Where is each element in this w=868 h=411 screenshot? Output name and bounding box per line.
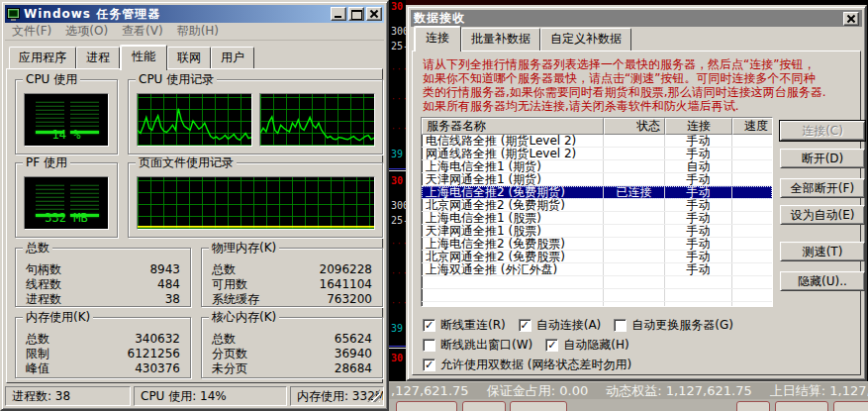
checkbox-label: 自动连接(A) (536, 318, 602, 332)
task-manager-titlebar[interactable]: Windows 任务管理器 (5, 5, 384, 23)
speed-test-button[interactable]: 测速(T) (780, 242, 865, 261)
ticker-value: 25- (391, 41, 406, 51)
checkbox-icon[interactable]: ✓ (545, 339, 558, 352)
server-row[interactable]: 天津网通全推1 (期货) 手动 (422, 173, 772, 186)
minimize-button[interactable] (331, 7, 346, 21)
server-row[interactable]: 北京网通全推2 (免费股票) 手动 (422, 251, 772, 263)
app-icon (7, 8, 21, 21)
server-row[interactable]: 网通线路全推 (期货Level 2) 手动 (422, 148, 772, 160)
checkbox-icon[interactable]: ✓ (519, 319, 531, 332)
status-cpu: CPU 使用: 14% (134, 386, 287, 406)
checkbox-autoswitch[interactable]: 自动更换服务器(G) (614, 318, 733, 332)
dynamic-equity: 动态权益: 1,127,621.75 (606, 383, 751, 398)
totals-group: 总数 句柄数8943 线程数484 进程数38 (15, 248, 191, 307)
disconnect-button[interactable]: 断开(D) (780, 149, 865, 168)
server-status (604, 263, 665, 275)
instruction-line: 请从下列全推行情服务器列表选择一个最快的服务器，然后点“连接”按钮， (423, 57, 854, 71)
server-speed (732, 173, 772, 185)
dialog-close-button[interactable] (843, 12, 859, 26)
tab-custom-data[interactable]: 自定义补数据 (540, 28, 631, 51)
cpu-usage-gauge: 14 % (24, 93, 109, 147)
ticker-dots: ···· (391, 240, 406, 249)
stat-value: 8943 (149, 262, 180, 277)
server-row[interactable] (422, 302, 772, 307)
server-conn: 手动 (665, 135, 732, 147)
tab-processes[interactable]: 进程 (76, 47, 120, 69)
pagefile-history-graph (137, 176, 375, 230)
server-row[interactable]: 上海双通全推 (外汇外盘) 手动 (422, 263, 772, 276)
maximize-button[interactable] (348, 7, 364, 21)
stat-label: 总数 (212, 332, 236, 347)
tab-users[interactable]: 用户 (211, 47, 254, 69)
hide-button[interactable]: 隐藏(U).. (780, 271, 865, 291)
server-speed (732, 263, 772, 275)
checkbox-dual-data[interactable]: ✓允许使用双数据 (网络状态差时勿用) (423, 358, 631, 371)
server-list[interactable]: 服务器名称 状态 连接 速度 电信线路全推 (期货Level 2) 手动 网通线… (421, 117, 773, 307)
server-status (604, 238, 665, 250)
server-row[interactable]: 天津网通全推1 (股票) 手动 (422, 225, 772, 238)
checkbox-label: 自动更换服务器(G) (631, 318, 733, 332)
server-row[interactable] (422, 289, 772, 302)
tab-applications[interactable]: 应用程序 (9, 47, 76, 69)
server-row[interactable]: 上海电信全推2 (免费股票) 手动 (422, 238, 772, 251)
server-row[interactable]: 上海电信全推1 (股票) 手动 (422, 212, 772, 225)
menu-options[interactable]: 选项(O) (58, 23, 115, 40)
tab-networking[interactable]: 联网 (167, 47, 211, 69)
close-button[interactable] (366, 7, 382, 21)
account-balance: ,127,621.75 (391, 383, 469, 398)
stat-value: 763200 (327, 292, 372, 307)
clipped-button[interactable] (833, 401, 868, 411)
data-reception-dialog: 数据接收 连接 批量补数据 自定义补数据 请从下列全推行情服务器列表选择一个最快… (406, 5, 867, 381)
server-conn (665, 276, 732, 288)
connect-button[interactable]: 连接(C) (780, 121, 865, 141)
set-auto-button[interactable]: 设为自动(E) (780, 205, 865, 225)
clipped-button[interactable] (462, 401, 506, 411)
server-conn: 手动 (665, 225, 732, 237)
checkbox-icon[interactable] (423, 339, 435, 352)
server-status (604, 225, 665, 237)
stat-label: 未分页 (212, 361, 247, 376)
menu-file[interactable]: 文件(F) (5, 23, 58, 40)
server-row[interactable]: 上海电信全推2 (免费期货) 已连接 手动 (422, 186, 772, 199)
menu-view[interactable]: 查看(V) (115, 23, 170, 40)
server-row[interactable] (422, 276, 772, 289)
checkbox-reconnect[interactable]: ✓断线重连(R) (423, 318, 506, 332)
col-server-name[interactable]: 服务器名称 (422, 118, 604, 135)
col-connection[interactable]: 连接 (665, 118, 732, 135)
server-row[interactable]: 北京网通全推2 (免费期货) 手动 (422, 199, 772, 212)
checkbox-row: ✓断线重连(R) ✓自动连接(A) 自动更换服务器(G) (423, 317, 856, 333)
col-status[interactable]: 状态 (604, 118, 665, 135)
clipped-button[interactable] (396, 401, 457, 411)
server-row[interactable]: 电信线路全推 (期货Level 2) 手动 (422, 135, 772, 148)
cpu-history-graph-1 (137, 93, 252, 147)
server-status (604, 251, 665, 262)
checkbox-icon[interactable]: ✓ (423, 319, 435, 332)
instruction-line: 如果你不知道哪个服务器最快，请点击“测速”按钮。可同时连接多个不同种 (423, 71, 854, 85)
server-name: 上海电信全推2 (免费股票) (422, 238, 604, 250)
col-speed[interactable]: 速度 (732, 118, 772, 135)
clipped-button[interactable] (736, 401, 770, 411)
disconnect-all-button[interactable]: 全部断开(F) (780, 178, 865, 198)
tab-performance[interactable]: 性能 (120, 45, 167, 70)
server-status (604, 135, 665, 147)
checkbox-icon[interactable] (614, 319, 627, 332)
checkbox-autohide[interactable]: ✓自动隐藏(H) (545, 338, 628, 352)
dialog-titlebar[interactable]: 数据接收 (411, 10, 862, 27)
task-manager-window: Windows 任务管理器 文件(F) 选项(O) 查看(V) 帮助(H) 应用… (0, 0, 389, 411)
checkbox-popup-on-disconnect[interactable]: 断线跳出窗口(W) (423, 338, 532, 352)
checkbox-icon[interactable]: ✓ (423, 359, 435, 371)
checkbox-autoconnect[interactable]: ✓自动连接(A) (519, 318, 602, 332)
tab-connect[interactable]: 连接 (414, 26, 461, 51)
server-name: 天津网通全推1 (股票) (422, 225, 604, 237)
server-status (604, 212, 665, 224)
clipped-button[interactable] (510, 401, 567, 411)
server-row[interactable]: 上海电信全推1 (期货) 自动 (422, 160, 772, 173)
tab-batch-data[interactable]: 批量补数据 (461, 28, 540, 51)
stat-value: 36940 (335, 347, 372, 361)
stat-label: 系统缓存 (212, 292, 259, 307)
clipped-button[interactable] (775, 401, 828, 411)
menu-help[interactable]: 帮助(H) (170, 23, 226, 40)
server-conn: 手动 (665, 186, 732, 198)
stat-value: 340632 (135, 332, 180, 347)
stat-label: 峰值 (26, 361, 49, 376)
